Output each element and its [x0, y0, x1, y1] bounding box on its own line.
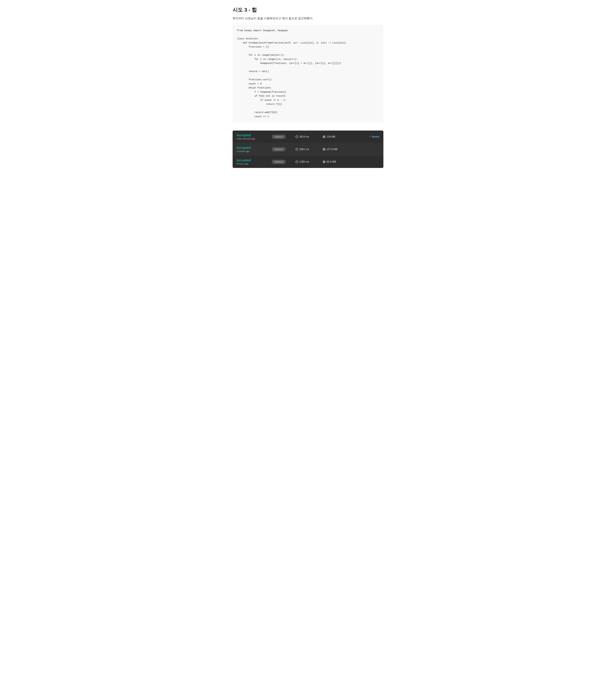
- runtime-value: 3819 ms: [299, 135, 309, 138]
- clock-icon: [295, 148, 298, 151]
- cpu-icon: [323, 135, 325, 138]
- runtime-value: 1286 ms: [299, 160, 309, 163]
- memory-value: 138 MB: [326, 135, 335, 138]
- svg-rect-13: [323, 149, 324, 150]
- result-status-col: Accepted 6 hours ago: [236, 159, 265, 165]
- code-block: from heapq import heappush, heappop clas…: [233, 25, 383, 123]
- svg-rect-1: [323, 136, 325, 138]
- notes-label: Notes: [372, 135, 380, 138]
- memory-value: 86.9 MB: [326, 160, 336, 163]
- runtime-col: 3819 ms: [295, 135, 316, 138]
- runtime-value: 2661 ms: [299, 148, 309, 151]
- memory-col: 138 MB: [323, 135, 344, 138]
- result-status-col: Accepted a minute ago: [236, 146, 265, 152]
- result-row: Accepted 6 hours ago Python3 1286 ms: [233, 155, 383, 168]
- runtime-col: 2661 ms: [295, 148, 316, 151]
- status-label: Accepted: [236, 146, 265, 150]
- code-line-1: from heapq import heappush, heappop clas…: [237, 29, 347, 118]
- clock-icon: [295, 135, 298, 138]
- results-table: Accepted a few seconds ago Python3 3819 …: [233, 130, 383, 168]
- svg-rect-24: [323, 161, 324, 162]
- subtitle-text: 챗지피티 선생님이 힙을 사용해보라고 해서 힙으로 접근해봤다.: [233, 16, 383, 20]
- result-row: Accepted a few seconds ago Python3 3819 …: [233, 130, 383, 143]
- cpu-icon: [323, 160, 325, 163]
- runtime-col: 1286 ms: [295, 160, 316, 163]
- result-row: Accepted a minute ago Python3 2661 ms: [233, 143, 383, 155]
- lang-badge: Python3: [272, 160, 286, 164]
- notes-button[interactable]: + Notes: [369, 135, 380, 138]
- memory-col: 86.9 MB: [323, 160, 344, 163]
- time-ago: a minute ago: [236, 150, 265, 152]
- time-ago: a few seconds ago: [236, 137, 265, 140]
- time-ago: 6 hours ago: [236, 162, 265, 165]
- lang-badge: Python3: [272, 147, 286, 151]
- page-title: 시도 3 - 힙: [233, 7, 383, 13]
- result-status-col: Accepted a few seconds ago: [236, 134, 265, 140]
- lang-badge: Python3: [272, 135, 286, 139]
- status-label: Accepted: [236, 134, 265, 137]
- svg-rect-23: [323, 161, 325, 163]
- cpu-icon: [323, 148, 325, 151]
- clock-icon: [295, 160, 298, 163]
- page-container: 시도 3 - 힙 챗지피티 선생님이 힙을 사용해보라고 해서 힙으로 접근해봤…: [228, 0, 388, 168]
- plus-icon: +: [369, 135, 371, 138]
- status-label: Accepted: [236, 159, 265, 162]
- svg-rect-12: [323, 148, 325, 150]
- svg-rect-2: [323, 136, 324, 137]
- memory-col: 137.8 MB: [323, 148, 344, 151]
- memory-value: 137.8 MB: [326, 148, 337, 151]
